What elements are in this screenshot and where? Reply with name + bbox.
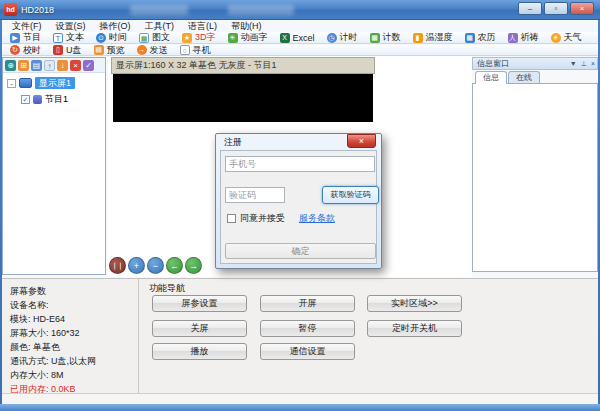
toolbar-item-3d-text[interactable]: ★3D字 xyxy=(182,31,216,44)
info-panel-content xyxy=(472,83,598,272)
pause-icon[interactable]: ❘❘ xyxy=(109,257,126,274)
toolbar-item-lunar[interactable]: ▦农历 xyxy=(465,31,496,44)
agree-checkbox[interactable] xyxy=(227,214,236,223)
prayer-icon: 人 xyxy=(508,33,518,43)
pause-button[interactable]: 暂停 xyxy=(260,320,355,337)
tree-node-screen[interactable]: - 显示屏1 xyxy=(3,77,105,89)
select-all-icon[interactable]: ✓ xyxy=(83,60,94,71)
tab-info[interactable]: 信息 xyxy=(475,71,507,84)
app-window: hd HD2018 – ▫ × 文件(F) 设置(S) 操作(O) 工具(T) … xyxy=(0,0,600,411)
info-panel-title: 信息窗口 xyxy=(473,58,568,69)
3d-text-icon: ★ xyxy=(182,33,192,43)
toolbar-item-image-text[interactable]: ▦图文 xyxy=(139,31,170,44)
minimize-button[interactable]: – xyxy=(518,2,542,15)
toolbar-item-temperature[interactable]: ▮温湿度 xyxy=(413,31,453,44)
text-icon: T xyxy=(53,33,63,43)
program-checkbox[interactable]: ✓ xyxy=(21,95,30,104)
zoom-out-icon[interactable]: − xyxy=(147,257,164,274)
find-device-icon: ○ xyxy=(180,45,190,55)
toolbar-item-timer[interactable]: ◷计时 xyxy=(327,31,358,44)
close-panel-icon[interactable]: × xyxy=(589,60,597,67)
lunar-calendar-icon: ▦ xyxy=(465,33,475,43)
param-comm-mode: 通讯方式: U盘,以太网 xyxy=(10,354,138,368)
phone-input[interactable] xyxy=(225,156,375,172)
copy-icon[interactable]: ⊞ xyxy=(18,60,29,71)
ok-button[interactable]: 确定 xyxy=(225,243,376,259)
maximize-button[interactable]: ▫ xyxy=(544,2,568,15)
param-memory-size: 内存大小: 8M xyxy=(10,368,138,382)
prev-icon[interactable]: ← xyxy=(166,257,183,274)
close-button[interactable]: × xyxy=(570,2,594,15)
function-nav-panel: 功能导航 屏参设置 开屏 实时区域>> 关屏 暂停 定时开关机 播放 通信设置 xyxy=(139,279,472,394)
verification-code-input[interactable] xyxy=(225,187,285,203)
redacted-text xyxy=(228,5,294,15)
timer-icon: ◷ xyxy=(327,33,337,43)
time-icon: ⊙ xyxy=(96,33,106,43)
move-up-icon[interactable]: ↑ xyxy=(44,60,55,71)
counter-icon: ▦ xyxy=(370,33,380,43)
toolbar-secondary: ↻校时 ▯U盘 ▤预览 →发送 ○寻机 xyxy=(2,45,598,56)
image-text-icon: ▦ xyxy=(139,33,149,43)
toolbar-item-counter[interactable]: ▦计数 xyxy=(370,31,401,44)
collapse-panel-icon[interactable]: ▼ xyxy=(568,60,579,67)
toolbar-item-prayer[interactable]: 人祈祷 xyxy=(508,31,539,44)
param-color: 颜色: 单基色 xyxy=(10,340,138,354)
toolbar-item-time-sync[interactable]: ↻校时 xyxy=(10,44,41,57)
screen-settings-button[interactable]: 屏参设置 xyxy=(152,295,247,312)
close-screen-button[interactable]: 关屏 xyxy=(152,320,247,337)
screen-params-title: 屏幕参数 xyxy=(10,284,138,298)
bottom-area: 屏幕参数 设备名称: 模块: HD-E64 屏幕大小: 160*32 颜色: 单… xyxy=(2,278,598,393)
pin-icon[interactable]: ⊥ xyxy=(579,60,589,68)
comm-settings-button[interactable]: 通信设置 xyxy=(260,343,355,360)
collapse-icon[interactable]: - xyxy=(7,79,16,88)
toolbar-item-send[interactable]: →发送 xyxy=(137,44,168,57)
play-button[interactable]: 播放 xyxy=(152,343,247,360)
get-code-button[interactable]: 获取验证码 xyxy=(322,186,379,204)
toolbar-item-excel[interactable]: XExcel xyxy=(280,33,315,43)
led-preview-screen[interactable] xyxy=(113,74,373,122)
screen-caption: 显示屏1:160 X 32 单基色 无灰度 - 节目1 xyxy=(111,57,375,74)
open-screen-button[interactable]: 开屏 xyxy=(260,295,355,312)
playback-controls: ❘❘ + − ← → xyxy=(109,257,202,274)
time-sync-icon: ↻ xyxy=(10,45,20,55)
app-logo-icon: hd xyxy=(4,3,17,16)
screen-tree-panel: ⊕ ⊞ ▤ ↑ ↓ × ✓ - 显示屏1 ✓ 节目1 xyxy=(2,57,106,275)
weather-icon: ☀ xyxy=(551,33,561,43)
move-down-icon[interactable]: ↓ xyxy=(57,60,68,71)
dialog-title: 注册 xyxy=(224,136,242,149)
next-icon[interactable]: → xyxy=(185,257,202,274)
zoom-in-icon[interactable]: + xyxy=(128,257,145,274)
realtime-area-button[interactable]: 实时区域>> xyxy=(367,295,462,312)
toolbar-item-find-device[interactable]: ○寻机 xyxy=(180,44,211,57)
toolbar-item-preview[interactable]: ▤预览 xyxy=(94,44,125,57)
send-icon: → xyxy=(137,45,147,55)
dialog-close-button[interactable]: × xyxy=(347,134,376,148)
toolbar-item-time[interactable]: ⊙时间 xyxy=(96,31,127,44)
window-title: HD2018 xyxy=(21,5,54,15)
dialog-body: 获取验证码 同意并接受 服务条款 确定 xyxy=(220,150,377,264)
toolbar-item-program[interactable]: ▶节目 xyxy=(10,31,41,44)
window-border-bottom xyxy=(0,404,600,411)
delete-icon[interactable]: × xyxy=(70,60,81,71)
timed-power-button[interactable]: 定时开关机 xyxy=(367,320,462,337)
tree-node-program-label: 节目1 xyxy=(45,93,68,106)
titlebar: hd HD2018 – ▫ × xyxy=(0,0,600,20)
agree-label: 同意并接受 xyxy=(240,212,285,225)
toolbar-item-usb[interactable]: ▯U盘 xyxy=(53,44,82,57)
screen-icon xyxy=(19,78,32,88)
param-device-name: 设备名称: xyxy=(10,298,138,312)
param-module: 模块: HD-E64 xyxy=(10,312,138,326)
paste-icon[interactable]: ▤ xyxy=(31,60,42,71)
settings-icon[interactable]: ⊕ xyxy=(5,60,16,71)
preview-icon: ▤ xyxy=(94,45,104,55)
terms-link[interactable]: 服务条款 xyxy=(299,212,335,225)
status-bar xyxy=(2,393,598,404)
tree-node-screen-label: 显示屏1 xyxy=(35,77,75,89)
toolbar-item-animated-text[interactable]: ✳动画字 xyxy=(228,31,268,44)
toolbar-item-weather[interactable]: ☀天气 xyxy=(551,31,582,44)
tree-toolbar: ⊕ ⊞ ▤ ↑ ↓ × ✓ xyxy=(3,58,105,73)
toolbar-item-text[interactable]: T文本 xyxy=(53,31,84,44)
excel-icon: X xyxy=(280,33,290,43)
function-nav-title: 功能导航 xyxy=(149,282,185,295)
tree-node-program[interactable]: ✓ 节目1 xyxy=(17,93,105,106)
